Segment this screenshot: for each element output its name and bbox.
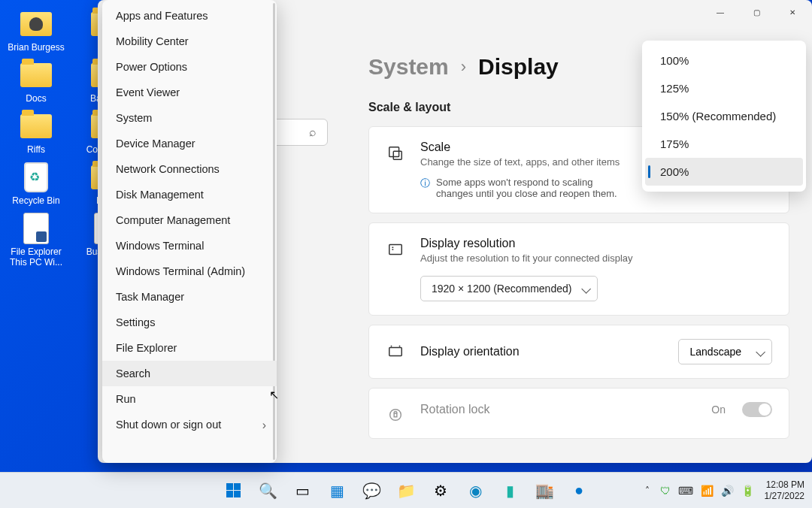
rotation-lock-state: On: [711, 404, 726, 416]
svg-rect-5: [394, 414, 397, 418]
breadcrumb-current: Display: [478, 54, 559, 80]
store-button[interactable]: 🏬: [529, 476, 559, 506]
winx-network-connections[interactable]: Network Connections: [102, 156, 277, 182]
scale-subtitle: Change the size of text, apps, and other…: [420, 156, 646, 169]
icon-label: Brian Burgess: [8, 42, 64, 53]
rotation-lock-icon: [386, 405, 405, 425]
scale-option-200[interactable]: 200%: [645, 158, 803, 186]
scale-dropdown-flyout: 100% 125% 150% (Recommended) 175% 200%: [642, 41, 806, 192]
chat-button[interactable]: 💬: [356, 476, 386, 506]
scale-info-note: Some apps won't respond to scaling chang…: [420, 177, 631, 199]
winx-settings[interactable]: Settings: [102, 310, 277, 335]
orientation-title: Display orientation: [420, 345, 520, 358]
rotation-lock-card[interactable]: Rotation lock On: [368, 388, 789, 439]
winx-shutdown[interactable]: Shut down or sign out: [102, 412, 277, 437]
winx-apps-features[interactable]: Apps and Features: [102, 3, 277, 29]
scale-option-125[interactable]: 125%: [645, 74, 803, 102]
resolution-dropdown[interactable]: 1920 × 1200 (Recommended): [420, 276, 598, 301]
winx-computer-management[interactable]: Computer Management: [102, 207, 277, 233]
file-explorer-button[interactable]: 📁: [391, 476, 421, 506]
winx-power-options[interactable]: Power Options: [102, 54, 277, 80]
icon-label: File Explorer This PC Wi...: [6, 246, 66, 268]
rotation-lock-toggle[interactable]: [742, 402, 772, 417]
clock-date: 1/27/2022: [765, 491, 804, 502]
scale-option-150[interactable]: 150% (Recommended): [645, 102, 803, 130]
taskbar-clock[interactable]: 12:08 PM 1/27/2022: [765, 479, 804, 502]
scale-option-175[interactable]: 175%: [645, 130, 803, 158]
svg-rect-3: [389, 348, 402, 356]
winx-run[interactable]: Run: [102, 386, 277, 412]
settings-button[interactable]: ⚙: [426, 476, 456, 506]
task-view-button[interactable]: ▭: [287, 476, 317, 506]
orientation-icon: [386, 342, 405, 361]
svg-rect-2: [389, 245, 402, 255]
winx-system[interactable]: System: [102, 105, 277, 131]
svg-rect-1: [393, 151, 401, 159]
orientation-card[interactable]: Display orientation Landscape: [368, 325, 789, 379]
search-icon: ⌕: [309, 125, 317, 139]
winx-windows-terminal-admin[interactable]: Windows Terminal (Admin): [102, 259, 277, 284]
desktop-icon-user[interactable]: Brian Burgess: [6, 8, 66, 53]
security-icon[interactable]: 🛡: [660, 485, 671, 497]
svg-rect-0: [389, 147, 399, 157]
widgets-button[interactable]: ▦: [322, 476, 352, 506]
system-tray: ˄ 🛡 ⌨ 📶 🔊 🔋 12:08 PM 1/27/2022: [645, 479, 804, 502]
keyboard-icon[interactable]: ⌨: [678, 485, 693, 497]
winx-event-viewer[interactable]: Event Viewer: [102, 80, 277, 105]
desktop-icon-recycle-bin[interactable]: Recycle Bin: [6, 161, 66, 206]
maximize-button[interactable]: ▢: [740, 1, 773, 23]
chevron-right-icon: ›: [461, 57, 466, 77]
taskbar: 🔍 ▭ ▦ 💬 📁 ⚙ ◉ ▮ 🏬 ● ˄ 🛡 ⌨ 📶 🔊 🔋 12:08 PM…: [0, 472, 812, 508]
edge-button[interactable]: ◉: [460, 476, 490, 506]
app-button[interactable]: ●: [564, 476, 594, 506]
taskbar-pinned-apps: 🔍 ▭ ▦ 💬 📁 ⚙ ◉ ▮ 🏬 ●: [218, 476, 594, 506]
winx-file-explorer[interactable]: File Explorer: [102, 335, 277, 361]
resolution-title: Display resolution: [420, 237, 772, 250]
volume-icon[interactable]: 🔊: [721, 485, 734, 497]
start-button[interactable]: [218, 476, 248, 506]
clock-time: 12:08 PM: [765, 479, 804, 491]
scale-option-100[interactable]: 100%: [645, 47, 803, 74]
desktop-icon-file[interactable]: File Explorer This PC Wi...: [6, 212, 66, 268]
taskbar-search-button[interactable]: 🔍: [253, 476, 283, 506]
orientation-dropdown[interactable]: Landscape: [678, 339, 772, 364]
close-button[interactable]: ✕: [776, 1, 809, 23]
resolution-subtitle: Adjust the resolution to fit your connec…: [420, 252, 646, 265]
winx-menu: Apps and Features Mobility Center Power …: [102, 0, 277, 463]
resolution-card[interactable]: Display resolution Adjust the resolution…: [368, 222, 789, 316]
icon-label: Recycle Bin: [12, 195, 59, 206]
winx-device-manager[interactable]: Device Manager: [102, 131, 277, 156]
desktop-icons-column-1: Brian Burgess Docs Riffs Recycle Bin Fil…: [6, 8, 66, 268]
minimize-button[interactable]: —: [704, 1, 737, 23]
icon-label: Riffs: [27, 144, 45, 155]
winx-windows-terminal[interactable]: Windows Terminal: [102, 233, 277, 259]
icon-label: Docs: [26, 93, 46, 104]
battery-icon[interactable]: 🔋: [741, 485, 754, 497]
winx-task-manager[interactable]: Task Manager: [102, 284, 277, 310]
desktop-icon-riffs[interactable]: Riffs: [6, 110, 66, 155]
tray-overflow-icon[interactable]: ˄: [645, 485, 650, 496]
desktop-icon-docs[interactable]: Docs: [6, 59, 66, 104]
breadcrumb-parent[interactable]: System: [368, 54, 449, 80]
scale-icon: [386, 144, 405, 163]
winx-disk-management[interactable]: Disk Management: [102, 182, 277, 207]
resolution-icon: [386, 240, 405, 259]
wifi-icon[interactable]: 📶: [701, 485, 714, 497]
app-button[interactable]: ▮: [495, 476, 525, 506]
winx-mobility-center[interactable]: Mobility Center: [102, 29, 277, 54]
winx-search[interactable]: Search: [102, 361, 277, 386]
rotation-lock-title: Rotation lock: [420, 403, 490, 416]
